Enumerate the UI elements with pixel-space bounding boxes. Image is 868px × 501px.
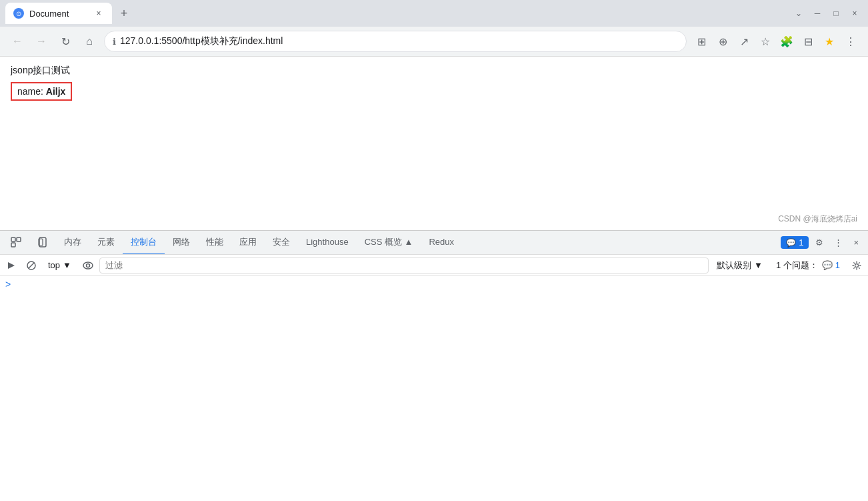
close-window-button[interactable]: × [847, 5, 863, 21]
issues-text: 1 个问题： [776, 260, 818, 272]
active-tab[interactable]: ⊙ Document × [5, 3, 112, 24]
devtools-tab-redux[interactable]: Redux [421, 231, 462, 255]
devtools-tab-bar: 内存 元素 控制台 网络 性能 应用 安全 Lighthouse CSS 概览 … [0, 231, 868, 255]
tab-close-button[interactable]: × [93, 8, 104, 19]
svg-line-7 [29, 263, 34, 268]
devtools-tab-security[interactable]: 安全 [265, 231, 298, 255]
minimize-button[interactable]: ─ [809, 5, 825, 21]
issues-badge-button[interactable]: 💬 1 [781, 236, 809, 249]
forward-button[interactable]: → [32, 32, 51, 51]
devtools-tab-memory[interactable]: 内存 [56, 231, 89, 255]
name-value: Ailjx [46, 86, 66, 97]
maximize-button[interactable]: □ [828, 5, 844, 21]
filter-input[interactable] [99, 258, 709, 274]
issues-count-icon: 💬 [822, 260, 833, 270]
log-level-label: 默认级别 [717, 260, 751, 272]
home-button[interactable]: ⌂ [80, 32, 99, 51]
more-options-icon[interactable]: ⋮ [841, 32, 860, 51]
devtools-tab-network[interactable]: 网络 [165, 231, 198, 255]
window-controls: ⌄ ─ □ × [791, 5, 863, 21]
devtools-tab-css-overview[interactable]: CSS 概览 ▲ [357, 231, 421, 255]
issues-badge-detail[interactable]: 💬 1 [822, 260, 840, 270]
new-tab-button[interactable]: + [115, 4, 133, 23]
zoom-icon[interactable]: ⊕ [713, 32, 732, 51]
context-dropdown-arrow: ▼ [63, 260, 71, 270]
log-level-dropdown[interactable]: 默认级别 ▼ [711, 258, 768, 273]
tab-title: Document [29, 9, 88, 19]
starred-icon[interactable]: ★ [820, 32, 839, 51]
sidebar-icon[interactable]: ⊟ [799, 32, 817, 51]
devtools-tab-console[interactable]: 控制台 [123, 231, 165, 255]
devtools-panel: 内存 元素 控制台 网络 性能 应用 安全 Lighthouse CSS 概览 … [0, 230, 868, 470]
devtools-close-button[interactable]: × [849, 236, 863, 249]
address-bar: ← → ↻ ⌂ ℹ 127.0.0.1:5500/http模块补充/index.… [0, 27, 868, 56]
page-heading: jsonp接口测试 [11, 65, 857, 77]
svg-point-8 [83, 262, 93, 269]
devtools-tab-application[interactable]: 应用 [231, 231, 265, 255]
tab-favicon: ⊙ [13, 8, 24, 19]
toolbar-icons: ⊞ ⊕ ↗ ☆ 🧩 ⊟ ★ ⋮ [692, 32, 860, 51]
devtools-tab-performance[interactable]: 性能 [198, 231, 231, 255]
context-dropdown[interactable]: top ▼ [43, 259, 77, 272]
issues-count-number: 1 [835, 260, 840, 270]
devtools-tab-elements[interactable]: 元素 [89, 231, 123, 255]
svg-rect-1 [17, 237, 21, 241]
url-text: 127.0.0.1:5500/http模块补充/index.html [120, 35, 283, 47]
extension-icon[interactable]: 🧩 [777, 32, 796, 51]
url-info-icon: ℹ [113, 37, 116, 47]
svg-point-9 [86, 264, 89, 267]
issues-badge-icon: 💬 [786, 238, 796, 247]
page-content: jsonp接口测试 name: Ailjx CSDN @海底烧烤店ai [0, 57, 868, 230]
console-settings-button[interactable] [848, 257, 865, 274]
console-body: > [0, 276, 868, 470]
bookmark-icon[interactable]: ☆ [756, 32, 775, 51]
share-icon[interactable]: ↗ [735, 32, 753, 51]
devtools-more-button[interactable]: ⋮ [830, 236, 847, 249]
devtools-settings-button[interactable]: ⚙ [811, 236, 827, 249]
name-box: name: Ailjx [11, 82, 72, 101]
devtools-tab-inspect[interactable] [3, 231, 29, 255]
console-prompt[interactable]: > [5, 279, 863, 290]
translate-icon[interactable]: ⊞ [692, 32, 711, 51]
back-button[interactable]: ← [8, 32, 27, 51]
log-level-arrow: ▼ [754, 260, 763, 270]
chevron-down-button[interactable]: ⌄ [791, 5, 807, 21]
svg-marker-5 [8, 262, 15, 269]
devtools-tab-device[interactable] [29, 231, 56, 255]
block-button[interactable] [23, 257, 40, 274]
devtools-controls: 💬 1 ⚙ ⋮ × [781, 236, 865, 249]
refresh-button[interactable]: ↻ [56, 32, 75, 51]
svg-rect-0 [11, 237, 15, 241]
devtools-tab-lighthouse[interactable]: Lighthouse [298, 231, 357, 255]
svg-rect-2 [11, 243, 15, 247]
context-label: top [48, 260, 60, 270]
issues-badge-count: 1 [799, 237, 803, 247]
name-label: name: [17, 86, 46, 97]
url-bar[interactable]: ℹ 127.0.0.1:5500/http模块补充/index.html [104, 31, 687, 52]
console-toolbar: top ▼ 默认级别 ▼ 1 个问题： 💬 1 [0, 255, 868, 276]
prompt-arrow-icon: > [5, 279, 11, 290]
browser-chrome: ⊙ Document × + ⌄ ─ □ × ← → ↻ ⌂ ℹ 127.0.0… [0, 0, 868, 57]
tab-bar: ⊙ Document × + ⌄ ─ □ × [0, 0, 868, 27]
eye-button[interactable] [79, 257, 97, 274]
watermark: CSDN @海底烧烤店ai [778, 213, 857, 225]
issues-count-area: 1 个问题： 💬 1 [771, 258, 845, 273]
run-scripts-button[interactable] [3, 257, 20, 274]
